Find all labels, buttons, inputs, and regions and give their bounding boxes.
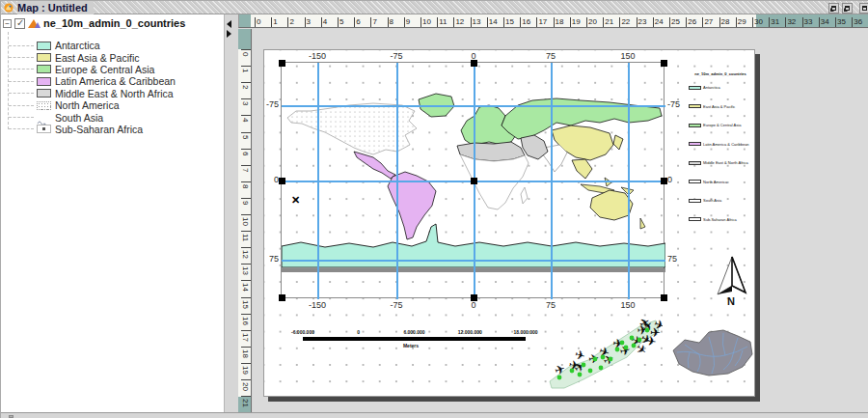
toc-item-label: Latin America & Caribbean bbox=[55, 75, 176, 87]
map-frame[interactable] bbox=[281, 62, 665, 298]
panel-splitter[interactable] bbox=[224, 14, 238, 412]
layout-paper[interactable]: -150-150-75-75007575150150-75-75007575 ✕… bbox=[263, 49, 755, 397]
vruler-tick: 21 bbox=[241, 396, 252, 397]
vruler-tick: 12 bbox=[241, 247, 252, 248]
legend-item: Europe & Central Asia bbox=[689, 123, 741, 127]
toc-item-north-america[interactable]: North America bbox=[1, 99, 224, 111]
horizontal-ruler: 0123456789101112131415161718192021222324… bbox=[238, 14, 868, 28]
scalebar-label: 18.000.000 bbox=[513, 329, 537, 335]
hruler-tick: 17 bbox=[536, 17, 537, 28]
legend-item-label: Antarctica bbox=[703, 85, 720, 90]
hruler-tick: 15 bbox=[503, 17, 504, 28]
hruler-tick: 4 bbox=[321, 17, 322, 28]
collapse-left-icon[interactable] bbox=[227, 20, 231, 28]
toc-item-east-asia-pacific[interactable]: East Asia & Pacific bbox=[1, 51, 224, 63]
hruler-tick: 18 bbox=[554, 17, 555, 28]
hruler-tick: 5 bbox=[338, 17, 339, 28]
restore-window-button[interactable] bbox=[828, 3, 839, 14]
layout-canvas[interactable]: -150-150-75-75007575150150-75-75007575 ✕… bbox=[253, 29, 868, 412]
toc-item-sub-saharan-africa[interactable]: Sub-Saharan Africa bbox=[1, 124, 224, 135]
hruler-tick: 1 bbox=[271, 17, 272, 28]
vruler-tick: 15 bbox=[241, 297, 252, 298]
graticule-coordinate-label: 150 bbox=[620, 300, 635, 310]
vertical-ruler: 012345678910111213141516171819202122 bbox=[238, 29, 252, 412]
toc-item-south-asia[interactable]: South Asia bbox=[1, 111, 224, 123]
legend-swatch bbox=[37, 53, 51, 62]
hruler-tick: 3 bbox=[305, 17, 306, 28]
graticule-coordinate-label: 75 bbox=[546, 51, 556, 61]
legend-frame[interactable]: ne_10m_admin_0_countries AntarcticaEast … bbox=[686, 71, 755, 76]
graticule-coordinate-label: -75 bbox=[390, 51, 402, 61]
vruler-tick: 20 bbox=[241, 379, 252, 380]
selection-handle[interactable] bbox=[279, 60, 285, 67]
hruler-tick: 6 bbox=[354, 17, 355, 28]
legend-swatch bbox=[37, 65, 51, 73]
vruler-tick: 6 bbox=[241, 149, 252, 150]
north-arrow-label: N bbox=[727, 295, 735, 307]
selection-handle[interactable] bbox=[279, 178, 285, 184]
basin-image-frame[interactable] bbox=[665, 323, 757, 381]
selection-handle[interactable] bbox=[661, 60, 667, 67]
legend-swatch bbox=[37, 77, 51, 86]
map-document-icon bbox=[4, 3, 14, 13]
tree-collapse-icon[interactable]: − bbox=[3, 19, 12, 28]
toc-item-latin-america-caribbean[interactable]: Latin America & Caribbean bbox=[1, 75, 224, 87]
layer-icon bbox=[28, 17, 41, 29]
scalebar-frame[interactable]: -6.000.00006.000.00012.000.00018.000.000… bbox=[291, 328, 530, 349]
legend-item: Antarctica bbox=[689, 85, 720, 90]
hruler-tick: 9 bbox=[404, 17, 405, 28]
hruler-tick: 25 bbox=[669, 17, 670, 28]
airports-image-frame[interactable]: ✈✈✈✈✈✈✈✈✈✈✈✈✈✈✈✈✈✈ bbox=[545, 314, 663, 393]
selection-handle[interactable] bbox=[661, 294, 667, 301]
north-arrow-frame[interactable]: N bbox=[711, 254, 753, 310]
selection-handle[interactable] bbox=[661, 178, 667, 184]
window-titlebar[interactable]: Map : Untitled bbox=[1, 1, 868, 14]
anchor-x-marker: ✕ bbox=[291, 194, 300, 207]
legend-item-label: Europe & Central Asia bbox=[703, 123, 741, 127]
legend-swatch bbox=[37, 113, 51, 122]
layer-root-row[interactable]: − ✓ ne_10m_admin_0_countries bbox=[3, 16, 185, 30]
toc-item-label: North America bbox=[55, 99, 120, 111]
tree-branch-line bbox=[9, 93, 34, 94]
hruler-tick: 27 bbox=[702, 17, 703, 28]
selection-handle[interactable] bbox=[471, 60, 477, 67]
graticule-parallel bbox=[282, 105, 665, 107]
legend-item: Middle East & North Africa bbox=[689, 160, 748, 165]
toc-item-antarctica[interactable]: Antarctica bbox=[1, 40, 224, 51]
map-layout-window: Map : Untitled − ✓ ne_10m_admin_0_countr… bbox=[0, 0, 868, 418]
vruler-tick: 1 bbox=[241, 66, 252, 67]
close-window-button[interactable] bbox=[859, 3, 868, 14]
hruler-tick: 28 bbox=[719, 17, 720, 28]
legend-item-swatch bbox=[689, 199, 701, 203]
legend-item-label: Latin America & Caribbean bbox=[703, 142, 749, 147]
scalebar-label: 12.000.000 bbox=[458, 329, 482, 335]
hruler-tick: 24 bbox=[653, 17, 654, 28]
legend-item-swatch bbox=[689, 180, 701, 183]
hruler-tick: 8 bbox=[388, 17, 389, 28]
vruler-tick: 8 bbox=[241, 181, 252, 182]
selection-handle[interactable] bbox=[279, 294, 285, 301]
hruler-tick: 19 bbox=[570, 17, 571, 28]
legend-item-swatch bbox=[689, 124, 701, 127]
collapse-right-icon[interactable] bbox=[227, 30, 231, 38]
status-strip bbox=[1, 412, 868, 418]
vruler-tick: 2 bbox=[241, 82, 252, 83]
selection-handle[interactable] bbox=[471, 178, 477, 184]
hruler-tick: 35 bbox=[835, 17, 836, 28]
tree-branch-line bbox=[9, 128, 34, 129]
vruler-tick: 3 bbox=[241, 98, 252, 99]
toc-item-label: Middle East & North Africa bbox=[55, 88, 174, 99]
tree-branch-line bbox=[9, 45, 34, 46]
region-mexico-central-america bbox=[354, 152, 395, 179]
maximize-window-button[interactable] bbox=[842, 3, 853, 14]
legend-item-label: North America bbox=[703, 180, 727, 184]
tree-branch-line bbox=[9, 81, 34, 82]
airplane-symbols: ✈✈✈✈✈✈✈✈✈✈✈✈✈✈✈✈✈✈ bbox=[553, 314, 663, 378]
tree-branch-line bbox=[9, 57, 34, 58]
layer-name: ne_10m_admin_0_countries bbox=[43, 17, 185, 29]
legend-item-label: South Asia bbox=[703, 198, 721, 203]
legend-item-swatch bbox=[689, 104, 701, 108]
toc-item-middle-east-north-africa[interactable]: Middle East & North Africa bbox=[1, 88, 224, 99]
layer-visibility-checkbox[interactable]: ✓ bbox=[14, 18, 25, 29]
toc-item-europe-central-asia[interactable]: Europe & Central Asia bbox=[1, 64, 224, 75]
